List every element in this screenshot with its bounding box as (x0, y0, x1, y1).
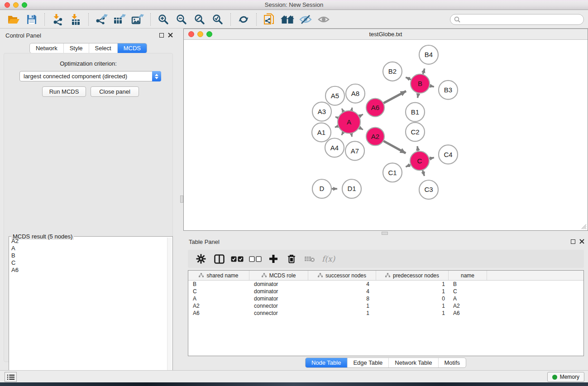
table-row[interactable]: Bdominator41B (188, 281, 583, 288)
zoom-in-icon[interactable] (154, 12, 172, 27)
delete-column-icon[interactable] (285, 252, 298, 266)
tab-select[interactable]: Select (89, 43, 117, 53)
zoom-fit-icon[interactable] (191, 12, 209, 27)
graph-edge-A-A2[interactable] (359, 128, 363, 129)
graph-node-C1[interactable]: C1 (383, 163, 402, 182)
graph-node-B4[interactable]: B4 (419, 45, 438, 64)
save-icon[interactable] (23, 12, 41, 27)
delete-table-icon[interactable] (303, 252, 316, 266)
network-canvas[interactable]: AA1A2A3A4A5A6A7A8BB1B2B3B4CC1C2C3C4DD1 (184, 40, 588, 230)
column-header-predecessor-nodes[interactable]: predecessor nodes (376, 271, 449, 280)
split-view-icon[interactable] (212, 252, 226, 266)
import-network-icon[interactable] (48, 12, 67, 27)
graph-node-D[interactable]: D (312, 179, 331, 198)
graph-node-A4[interactable]: A4 (325, 138, 344, 157)
graph-node-A7[interactable]: A7 (345, 141, 364, 160)
graph-node-A1[interactable]: A1 (312, 123, 331, 142)
table-tab-motifs[interactable]: Motifs (438, 358, 466, 367)
graph-node-A[interactable]: A (338, 111, 360, 133)
column-settings-icon[interactable] (194, 252, 208, 266)
column-header-mcds-role[interactable]: MCDS role (249, 271, 308, 280)
graph-node-B[interactable]: B (411, 74, 430, 93)
graph-node-B3[interactable]: B3 (439, 81, 458, 100)
table-row[interactable]: A6connector11A6 (188, 310, 583, 317)
table-tab-node-table[interactable]: Node Table (306, 358, 347, 367)
export-image-icon[interactable] (129, 12, 147, 27)
graph-edge-A-A7[interactable] (351, 133, 352, 137)
graph-edge-A-A3[interactable] (335, 117, 338, 118)
graph-node-B2[interactable]: B2 (383, 62, 402, 81)
result-item-C[interactable]: C (10, 259, 167, 267)
graph-node-A5[interactable]: A5 (325, 86, 344, 105)
graph-edge-C-C3[interactable] (423, 170, 425, 176)
function-builder-icon[interactable]: f(x) (321, 254, 335, 263)
graph-edge-B-B3[interactable] (430, 86, 434, 87)
graph-node-D1[interactable]: D1 (342, 179, 361, 198)
unselect-all-columns-icon[interactable] (249, 252, 262, 266)
tab-style[interactable]: Style (63, 43, 89, 53)
graph-node-C2[interactable]: C2 (406, 123, 425, 142)
result-item-A[interactable]: A (10, 245, 167, 252)
network-maximize-button[interactable] (206, 31, 212, 37)
zoom-selected-icon[interactable] (209, 12, 227, 27)
tab-mcds[interactable]: MCDS (117, 43, 147, 53)
graph-node-B1[interactable]: B1 (406, 103, 425, 122)
close-window-button[interactable] (5, 2, 10, 8)
graph-node-A2[interactable]: A2 (366, 128, 384, 146)
network-minimize-button[interactable] (197, 31, 203, 37)
maximize-window-button[interactable] (22, 2, 27, 8)
graph-edge-C-C4[interactable] (430, 157, 434, 158)
graph-edge-C-C2[interactable] (417, 146, 418, 151)
network-graph[interactable]: AA1A2A3A4A5A6A7A8BB1B2B3B4CC1C2C3C4DD1 (184, 40, 588, 230)
table-row[interactable]: Cdominator41C (188, 288, 583, 295)
tab-network[interactable]: Network (30, 43, 63, 53)
close-panel-icon[interactable] (168, 33, 173, 38)
graph-edge-A-A8[interactable] (352, 108, 353, 110)
graph-edge-C-C1[interactable] (406, 165, 410, 167)
graph-edge-A2-C[interactable] (383, 141, 406, 153)
horizontal-divider-handle[interactable] (382, 232, 388, 235)
graph-node-A6[interactable]: A6 (366, 99, 384, 117)
copy-network-icon[interactable] (260, 12, 278, 27)
graph-node-A3[interactable]: A3 (312, 102, 331, 121)
minimize-window-button[interactable] (13, 2, 19, 8)
close-panel-button[interactable]: Close panel (91, 86, 139, 97)
memory-button[interactable]: Memory (547, 372, 584, 382)
refresh-icon[interactable] (234, 12, 253, 27)
eye-icon[interactable] (315, 12, 333, 27)
result-item-A6[interactable]: A6 (10, 267, 167, 274)
column-header-shared-name[interactable]: shared name (188, 271, 249, 280)
graph-edge-A-A1[interactable] (335, 126, 338, 127)
column-header-name[interactable]: name (449, 271, 487, 280)
panel-divider-handle[interactable] (180, 195, 183, 203)
open-file-icon[interactable] (5, 12, 23, 27)
task-history-button[interactable] (5, 372, 17, 382)
table-tab-network-table[interactable]: Network Table (388, 358, 438, 367)
network-close-button[interactable] (188, 31, 194, 37)
graph-edge-B-B4[interactable] (423, 69, 425, 74)
search-input[interactable] (460, 16, 583, 23)
column-header-successor-nodes[interactable]: successor nodes (308, 271, 376, 280)
table-row[interactable]: Adominator80A (188, 295, 583, 302)
result-scrollbar[interactable] (167, 238, 172, 386)
table-tab-edge-table[interactable]: Edge Table (347, 358, 388, 367)
export-table-icon[interactable] (110, 12, 129, 27)
result-item-A2[interactable]: A2 (10, 238, 167, 245)
zoom-out-icon[interactable] (172, 12, 191, 27)
table-row[interactable]: A2connector11A2 (188, 302, 583, 310)
criterion-dropdown[interactable]: largest connected component (directed) (19, 71, 161, 81)
close-table-panel-icon[interactable] (579, 239, 584, 244)
eye-crossed-icon[interactable] (296, 12, 315, 27)
select-all-columns-icon[interactable] (230, 252, 244, 266)
graph-node-A8[interactable]: A8 (346, 84, 365, 103)
add-column-icon[interactable] (267, 252, 280, 266)
float-panel-icon[interactable] (159, 33, 164, 38)
resize-grip-icon[interactable] (581, 224, 587, 229)
search-field[interactable] (450, 14, 584, 25)
network-window-titlebar[interactable]: testGlobe.txt (184, 29, 588, 40)
export-network-icon[interactable] (92, 12, 110, 27)
graph-edge-B-B2[interactable] (406, 77, 411, 80)
run-mcds-button[interactable]: Run MCDS (42, 86, 86, 97)
graph-node-C3[interactable]: C3 (419, 180, 438, 199)
home-icon[interactable] (278, 12, 296, 27)
